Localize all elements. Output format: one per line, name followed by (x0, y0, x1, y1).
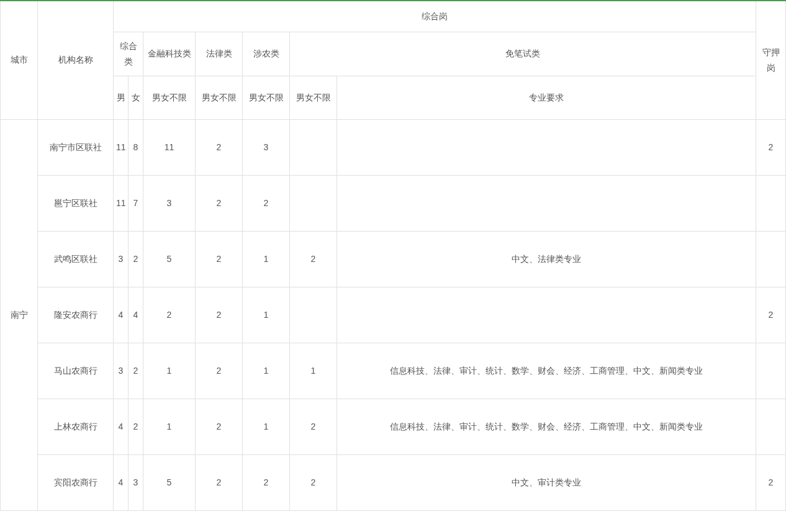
cell-male: 4 (114, 287, 129, 343)
table-row: 南宁 南宁市区联社 11 8 11 2 3 2 (1, 119, 786, 175)
header-agri-unlimited: 男女不限 (243, 76, 290, 119)
cell-org: 南宁市区联社 (38, 119, 114, 175)
cell-fintech: 5 (143, 454, 196, 510)
cell-agri: 1 (243, 343, 290, 399)
cell-exempt: 2 (290, 399, 337, 454)
cell-law: 2 (196, 454, 243, 510)
cell-female: 2 (129, 231, 143, 287)
cell-guard: 2 (756, 454, 786, 510)
header-city: 城市 (1, 1, 38, 119)
cell-male: 3 (114, 231, 129, 287)
header-fintech-cat: 金融科技类 (143, 32, 196, 76)
cell-female: 2 (129, 343, 143, 399)
header-fintech-unlimited: 男女不限 (143, 76, 196, 119)
header-comprehensive-post: 综合岗 (114, 1, 756, 32)
table-row: 上林农商行 4 2 1 2 1 2 信息科技、法律、审计、统计、数学、财会、经济… (1, 399, 786, 454)
header-female: 女 (129, 76, 143, 119)
cell-fintech: 5 (143, 231, 196, 287)
cell-female: 4 (129, 287, 143, 343)
header-law-cat: 法律类 (196, 32, 243, 76)
cell-req: 中文、法律类专业 (337, 231, 756, 287)
cell-female: 3 (129, 454, 143, 510)
cell-guard: 2 (756, 119, 786, 175)
cell-exempt: 2 (290, 454, 337, 510)
cell-exempt (290, 287, 337, 343)
header-law-unlimited: 男女不限 (196, 76, 243, 119)
cell-agri: 1 (243, 399, 290, 454)
header-comprehensive-cat: 综合类 (114, 32, 143, 76)
cell-law: 2 (196, 343, 243, 399)
cell-fintech: 3 (143, 175, 196, 231)
cell-req (337, 119, 756, 175)
cell-req: 信息科技、法律、审计、统计、数学、财会、经济、工商管理、中文、新闻类专业 (337, 399, 756, 454)
cell-agri: 1 (243, 287, 290, 343)
table-row: 武鸣区联社 3 2 5 2 1 2 中文、法律类专业 (1, 231, 786, 287)
cell-org: 马山农商行 (38, 343, 114, 399)
header-major-req: 专业要求 (337, 76, 756, 119)
cell-exempt (290, 175, 337, 231)
cell-req: 中文、审计类专业 (337, 454, 756, 510)
header-guard-post: 守押岗 (756, 1, 786, 119)
cell-male: 4 (114, 399, 129, 454)
cell-org: 武鸣区联社 (38, 231, 114, 287)
table-row: 邕宁区联社 11 7 3 2 2 (1, 175, 786, 231)
cell-fintech: 2 (143, 287, 196, 343)
table-row: 马山农商行 3 2 1 2 1 1 信息科技、法律、审计、统计、数学、财会、经济… (1, 343, 786, 399)
cell-female: 2 (129, 399, 143, 454)
header-exempt-cat: 免笔试类 (290, 32, 756, 76)
header-male: 男 (114, 76, 129, 119)
cell-law: 2 (196, 231, 243, 287)
header-org: 机构名称 (38, 1, 114, 119)
cell-law: 2 (196, 399, 243, 454)
cell-male: 3 (114, 343, 129, 399)
cell-law: 2 (196, 175, 243, 231)
cell-exempt: 1 (290, 343, 337, 399)
table-row: 隆安农商行 4 4 2 2 1 2 (1, 287, 786, 343)
cell-exempt: 2 (290, 231, 337, 287)
cell-org: 宾阳农商行 (38, 454, 114, 510)
cell-exempt (290, 119, 337, 175)
cell-female: 7 (129, 175, 143, 231)
cell-guard (756, 399, 786, 454)
cell-law: 2 (196, 119, 243, 175)
cell-org: 邕宁区联社 (38, 175, 114, 231)
cell-req: 信息科技、法律、审计、统计、数学、财会、经济、工商管理、中文、新闻类专业 (337, 343, 756, 399)
cell-agri: 2 (243, 175, 290, 231)
cell-agri: 3 (243, 119, 290, 175)
cell-male: 11 (114, 119, 129, 175)
cell-agri: 1 (243, 231, 290, 287)
cell-org: 上林农商行 (38, 399, 114, 454)
cell-req (337, 175, 756, 231)
recruitment-table: 城市 机构名称 综合岗 守押岗 综合类 金融科技类 法律类 涉农类 免笔试类 男… (0, 0, 786, 511)
cell-guard (756, 343, 786, 399)
table-row: 宾阳农商行 4 3 5 2 2 2 中文、审计类专业 2 (1, 454, 786, 510)
cell-guard (756, 231, 786, 287)
cell-agri: 2 (243, 454, 290, 510)
cell-city: 南宁 (1, 119, 38, 510)
cell-guard (756, 175, 786, 231)
cell-fintech: 1 (143, 343, 196, 399)
cell-fintech: 11 (143, 119, 196, 175)
header-exempt-unlimited: 男女不限 (290, 76, 337, 119)
cell-org: 隆安农商行 (38, 287, 114, 343)
cell-male: 11 (114, 175, 129, 231)
cell-female: 8 (129, 119, 143, 175)
cell-guard: 2 (756, 287, 786, 343)
cell-fintech: 1 (143, 399, 196, 454)
header-agri-cat: 涉农类 (243, 32, 290, 76)
cell-law: 2 (196, 287, 243, 343)
cell-req (337, 287, 756, 343)
cell-male: 4 (114, 454, 129, 510)
